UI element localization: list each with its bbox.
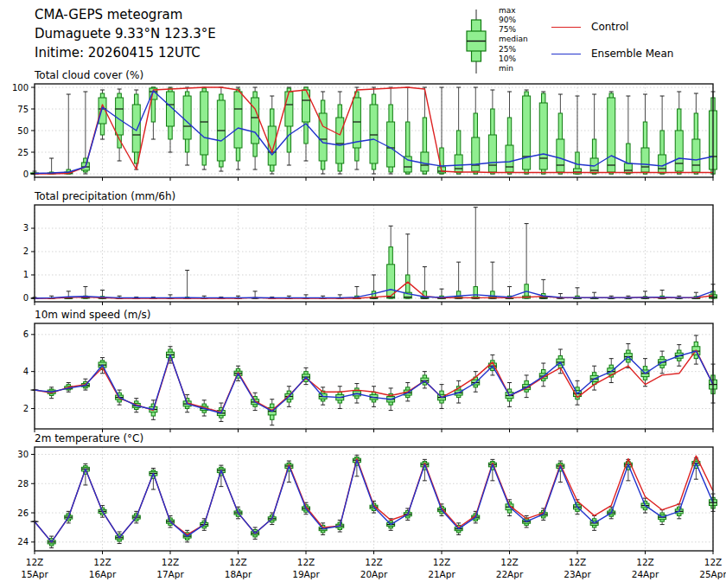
xtick-date-label: 19Apr — [292, 569, 320, 579]
xtick-utc-label: 12Z — [433, 557, 451, 567]
xtick-date-label: 21Apr — [428, 569, 455, 579]
precip-ytick-label: 0 — [23, 293, 29, 303]
cloud-ytick-label: 100 — [12, 83, 29, 93]
precip-panel-title: Total precipitation (mm/6h) — [34, 190, 175, 202]
cloud-ytick-label: 75 — [17, 105, 29, 114]
temp-ytick-label: 26 — [17, 508, 29, 518]
box-legend-min: min — [499, 65, 528, 73]
box-whisker-legend: max 90% 75% median 25% 10% min — [461, 7, 528, 76]
cloud-panel: Total cloud cover (%)0255075100 — [12, 69, 717, 181]
box-legend-median: median — [499, 35, 528, 43]
temp-ytick-label: 30 — [17, 450, 29, 459]
line-legend: Control Ensemble Mean — [551, 21, 673, 60]
xtick-utc-label: 12Z — [229, 557, 247, 567]
temp-ytick-label: 24 — [17, 537, 29, 546]
wind-panel-title: 10m wind speed (m/s) — [35, 309, 150, 321]
meteogram-figure: Total cloud cover (%)0255075100Total pre… — [0, 0, 726, 588]
cloud-boxplots — [31, 87, 717, 174]
xtick-date-label: 23Apr — [564, 569, 591, 579]
xtick-utc-label: 12Z — [93, 557, 111, 567]
xtick-utc-label: 12Z — [636, 557, 654, 567]
cloud-ytick-label: 0 — [23, 169, 29, 179]
xtick-utc-label: 12Z — [162, 557, 180, 567]
box-legend-25: 25% — [499, 46, 528, 54]
control-legend-label: Control — [591, 21, 628, 33]
temp-panel: 2m temperature (°C)24262830 — [17, 432, 716, 554]
xtick-utc-label: 12Z — [569, 557, 587, 567]
xtick-date-label: 16Apr — [89, 569, 117, 579]
precip-boxplots — [31, 208, 717, 299]
wind-axes: 246 — [23, 329, 713, 432]
box-whisker-icon — [461, 7, 492, 76]
xtick-date-label: 20Apr — [360, 569, 388, 579]
box-legend-labels: max 90% 75% median 25% 10% min — [499, 7, 528, 73]
xtick-date-label: 15Apr — [21, 569, 48, 579]
temp-ytick-label: 28 — [17, 479, 29, 489]
control-legend-row: Control — [551, 21, 673, 33]
cloud-ytick-label: 50 — [17, 126, 29, 136]
xtick-date-label: 25Apr — [699, 569, 726, 579]
xtick-utc-label: 12Z — [297, 557, 315, 567]
ensemble-mean-legend-label: Ensemble Mean — [591, 48, 673, 60]
precip-ytick-label: 2 — [23, 246, 29, 256]
figure-title: CMA-GEPS meteogram — [35, 5, 216, 24]
wind-ytick-label: 4 — [23, 367, 29, 376]
figure-location: Dumaguete 9.33°N 123.3°E — [35, 24, 216, 43]
xtick-utc-label: 12Z — [500, 557, 519, 567]
box-legend-10: 10% — [499, 55, 528, 63]
ensemble-mean-line-swatch — [551, 54, 581, 54]
precip-panel: Total precipitation (mm/6h)0123 — [23, 190, 717, 305]
xtick-date-label: 17Apr — [156, 569, 184, 579]
figure-initime: Initime: 20260415 12UTC — [35, 43, 216, 62]
temp-panel-title: 2m temperature (°C) — [35, 432, 143, 444]
box-legend-max: max — [499, 7, 528, 15]
box-legend-75: 75% — [499, 26, 528, 34]
box-legend-90: 90% — [499, 16, 528, 24]
xtick-date-label: 24Apr — [632, 569, 659, 579]
xtick-utc-label: 12Z — [26, 557, 44, 567]
title-block: CMA-GEPS meteogram Dumaguete 9.33°N 123.… — [35, 5, 216, 62]
control-line-swatch — [551, 27, 581, 28]
x-axis-labels: 12Z15Apr12Z16Apr12Z17Apr12Z18Apr12Z19Apr… — [21, 557, 726, 579]
precip-ytick-label: 3 — [23, 223, 29, 233]
cloud-panel-title: Total cloud cover (%) — [34, 69, 143, 81]
xtick-utc-label: 12Z — [365, 557, 383, 567]
precip-ytick-label: 1 — [23, 270, 29, 279]
wind-ytick-label: 2 — [23, 404, 29, 413]
xtick-date-label: 18Apr — [225, 569, 252, 579]
xtick-utc-label: 12Z — [704, 557, 723, 567]
meteogram-chart: Total cloud cover (%)0255075100Total pre… — [0, 0, 726, 588]
temp-gridlines — [35, 447, 713, 551]
cloud-ytick-label: 25 — [17, 148, 29, 157]
xtick-date-label: 22Apr — [496, 569, 524, 579]
precip-axes: 0123 — [23, 223, 713, 305]
wind-panel: 10m wind speed (m/s)246 — [23, 309, 717, 432]
wind-ytick-label: 6 — [23, 329, 29, 339]
ensemble-mean-legend-row: Ensemble Mean — [551, 48, 673, 60]
